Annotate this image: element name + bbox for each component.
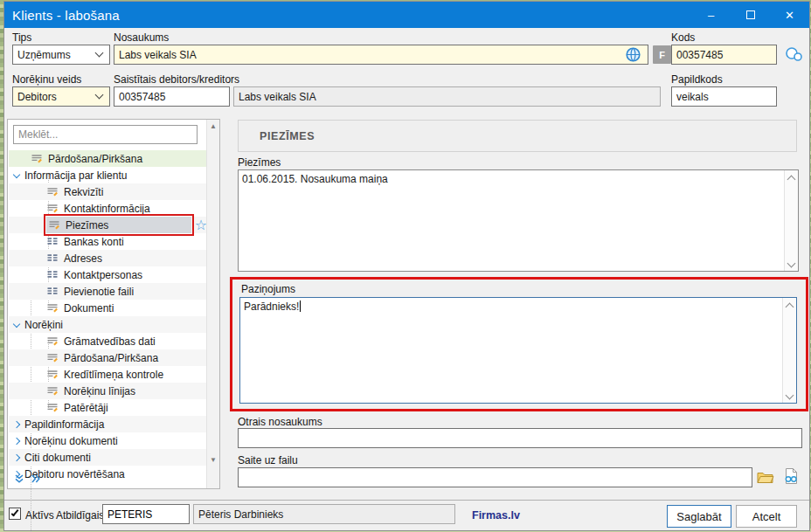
tree-item[interactable]: Kontaktpersonas: [9, 266, 209, 283]
tree-item-label: Kredītlīmeņa kontrole: [64, 369, 163, 381]
kods-input[interactable]: 00357485: [671, 45, 777, 65]
tree-item-label: Kontaktpersonas: [64, 269, 142, 281]
navigation-panel: Pārdošana/PirkšanaInformācija par klient…: [7, 119, 220, 489]
saistitais-kods-value: 00357485: [119, 91, 165, 103]
maximize-button[interactable]: [731, 2, 770, 28]
firmas-lv-logo: Firmas.lv: [472, 509, 520, 522]
pazinojums-label: Paziņojums: [241, 283, 295, 295]
cloud-lookup-icon[interactable]: [784, 46, 803, 62]
tree-item-label: Informācija par klientu: [24, 169, 127, 182]
window-controls: – ✕: [691, 2, 809, 28]
otrais-nosaukums-label: Otrais nosaukums: [238, 416, 322, 428]
otrais-nosaukums-input[interactable]: [238, 428, 802, 448]
tree-expand-controls: [14, 473, 41, 487]
expand-icon[interactable]: [13, 420, 20, 427]
globe-icon[interactable]: [626, 47, 641, 62]
form-icon: [46, 353, 59, 363]
saite-uz-failu-input[interactable]: [238, 467, 752, 487]
atbildigais-name-value: Pēteris Darbinieks: [198, 508, 283, 521]
scroll-down-icon[interactable]: [786, 391, 794, 400]
tree-item-label: Citi dokumenti: [24, 452, 91, 464]
tree-item[interactable]: Patērētāji: [9, 399, 209, 416]
tree-scrollbar[interactable]: ▲ ▼: [206, 120, 219, 488]
tree-item[interactable]: Kredītlīmeņa kontrole: [9, 366, 209, 383]
preview-file-icon[interactable]: [783, 467, 799, 485]
tree-item-label: Pārdošana/Pirkšana: [64, 352, 158, 364]
papildkods-value: veikals: [676, 91, 709, 103]
collapse-icon[interactable]: [13, 320, 20, 327]
f-button[interactable]: F: [653, 45, 671, 64]
aktivs-label: Aktīvs: [25, 509, 54, 522]
tree-item-label: Dokumenti: [64, 302, 114, 314]
expand-icon[interactable]: [13, 437, 20, 444]
grid-icon: [46, 287, 59, 297]
chevron-down-icon: [95, 49, 104, 58]
tree-item[interactable]: Rekvizīti: [9, 183, 209, 200]
form-icon: [46, 204, 59, 214]
tree-item[interactable]: Pievienotie faili: [9, 283, 209, 300]
minimize-button[interactable]: –: [691, 2, 731, 28]
pazinojums-textarea[interactable]: Parādnieks!: [239, 297, 797, 404]
papildkods-input[interactable]: veikals: [671, 86, 777, 107]
cancel-button[interactable]: Atcelt: [736, 505, 797, 528]
tree-item[interactable]: Grāmatvedības dati: [9, 333, 209, 349]
grid-icon: [46, 270, 59, 280]
scroll-down-icon[interactable]: ▼: [207, 456, 219, 464]
close-button[interactable]: ✕: [770, 2, 809, 28]
search-input[interactable]: [13, 125, 198, 144]
form-icon: [48, 220, 60, 231]
tree-item[interactable]: Norēķinu līnijas: [9, 383, 209, 399]
tips-select[interactable]: Uzņēmums: [12, 45, 110, 65]
atbildigais-code-input[interactable]: [102, 504, 190, 524]
norekinu-veids-select[interactable]: Debitors: [12, 86, 110, 107]
saite-uz-failu-label: Saite uz failu: [238, 454, 298, 466]
open-folder-icon[interactable]: [757, 470, 774, 484]
selected-item-highlight: Piezīmes: [46, 217, 191, 233]
nosaukums-input[interactable]: Labs veikals SIA: [114, 45, 648, 65]
collapse-icon[interactable]: [13, 170, 20, 177]
tree-item[interactable]: Pārdošana/Pirkšana: [9, 349, 209, 366]
scroll-up-icon[interactable]: [787, 176, 796, 184]
scroll-up-icon[interactable]: ▲: [207, 122, 219, 130]
nosaukums-value: Labs veikals SIA: [119, 49, 197, 61]
form-icon: [46, 187, 59, 197]
tree-item[interactable]: Informācija par klientu: [9, 167, 209, 183]
tree-item-label: Norēķinu dokumenti: [24, 435, 118, 447]
expand-all-right-icon[interactable]: [31, 473, 41, 487]
tree-item-label: Norēķinu līnijas: [64, 385, 135, 397]
tree-item[interactable]: Dokumenti: [9, 300, 209, 316]
tree-item[interactable]: Adreses: [9, 250, 209, 266]
form-icon: [46, 403, 59, 413]
saistitais-kods-input[interactable]: 00357485: [114, 86, 230, 107]
scroll-up-icon[interactable]: [786, 303, 794, 312]
piezimes-textarea[interactable]: 01.06.2015. Nosaukuma maiņa: [238, 169, 799, 272]
tree-item[interactable]: Pārdošana/Pirkšana: [9, 150, 209, 167]
grid-icon: [46, 237, 59, 247]
tree-item[interactable]: Kontaktinformācija: [9, 200, 209, 217]
tree-item[interactable]: Bankas konti: [9, 233, 209, 250]
scrollbar[interactable]: [784, 170, 798, 271]
tree-item-label: Pārdošana/Pirkšana: [48, 153, 142, 165]
favorite-star-icon[interactable]: ☆: [195, 217, 207, 233]
tree-item[interactable]: Papildinformācija: [9, 416, 209, 432]
piezimes-label: Piezīmes: [238, 156, 281, 169]
norekinu-veids-selected-value: Debitors: [17, 91, 57, 103]
expand-icon[interactable]: [13, 453, 20, 460]
check-icon: [11, 508, 19, 516]
tree-item[interactable]: Norēķinu dokumenti: [9, 432, 209, 449]
maximize-icon: [746, 10, 755, 19]
nosaukums-label: Nosaukums: [114, 31, 169, 44]
tree-item[interactable]: Citi dokumenti: [9, 449, 209, 466]
chevron-down-icon: [95, 91, 104, 100]
aktivs-checkbox[interactable]: [9, 508, 21, 520]
kods-label: Kods: [671, 31, 695, 44]
expand-all-down-icon[interactable]: [14, 473, 24, 487]
saistitais-label: Saistītais debitors/kreditors: [114, 73, 239, 86]
form-icon: [46, 336, 59, 347]
scroll-down-icon[interactable]: [787, 259, 796, 268]
grid-icon: [46, 253, 59, 264]
save-button[interactable]: Saglabāt: [667, 505, 731, 528]
tree-item[interactable]: Piezīmes☆: [9, 217, 209, 233]
scrollbar[interactable]: [782, 298, 796, 403]
tree-item[interactable]: Norēķini: [9, 316, 209, 333]
